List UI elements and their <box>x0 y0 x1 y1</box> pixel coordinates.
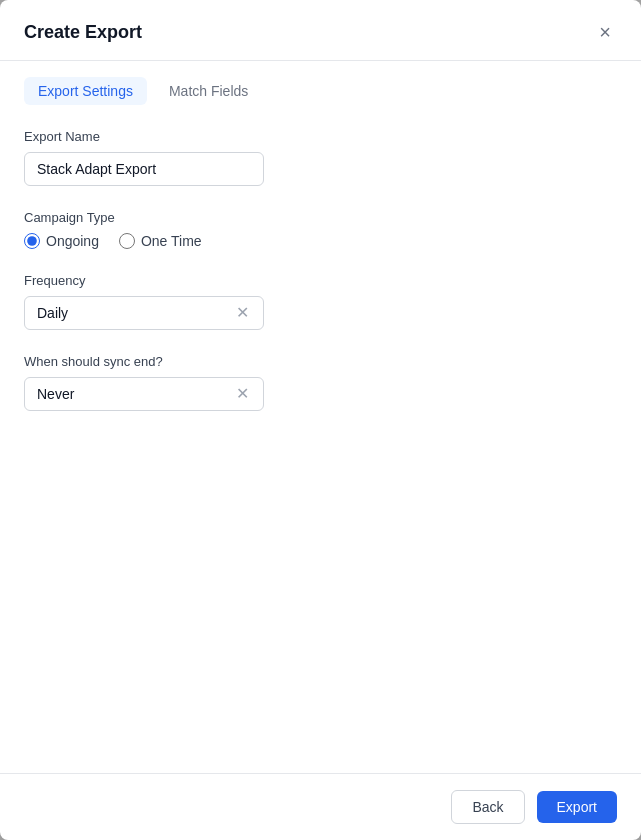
campaign-type-label: Campaign Type <box>24 210 617 225</box>
create-export-modal: Create Export × Export Settings Match Fi… <box>0 0 641 840</box>
radio-ongoing-label[interactable]: Ongoing <box>24 233 99 249</box>
sync-end-clear-button[interactable]: ✕ <box>234 386 251 402</box>
sync-end-select[interactable]: Never ✕ <box>24 377 264 411</box>
frequency-label: Frequency <box>24 273 617 288</box>
export-name-group: Export Name <box>24 129 617 186</box>
radio-one-time[interactable] <box>119 233 135 249</box>
modal-footer: Back Export <box>0 773 641 840</box>
radio-one-time-label[interactable]: One Time <box>119 233 202 249</box>
sync-end-value: Never <box>37 386 74 402</box>
export-name-label: Export Name <box>24 129 617 144</box>
sync-end-group: When should sync end? Never ✕ <box>24 354 617 411</box>
back-button[interactable]: Back <box>451 790 524 824</box>
tab-export-settings[interactable]: Export Settings <box>24 77 147 105</box>
radio-one-time-text: One Time <box>141 233 202 249</box>
modal-title: Create Export <box>24 22 142 43</box>
tab-match-fields[interactable]: Match Fields <box>155 77 262 105</box>
sync-end-label: When should sync end? <box>24 354 617 369</box>
radio-ongoing[interactable] <box>24 233 40 249</box>
frequency-value: Daily <box>37 305 68 321</box>
frequency-clear-button[interactable]: ✕ <box>234 305 251 321</box>
radio-ongoing-text: Ongoing <box>46 233 99 249</box>
modal-header: Create Export × <box>0 0 641 61</box>
close-button[interactable]: × <box>593 20 617 44</box>
campaign-type-radio-group: Ongoing One Time <box>24 233 617 249</box>
campaign-type-group: Campaign Type Ongoing One Time <box>24 210 617 249</box>
export-button[interactable]: Export <box>537 791 617 823</box>
export-name-input[interactable] <box>24 152 264 186</box>
tabs-row: Export Settings Match Fields <box>0 61 641 105</box>
frequency-select[interactable]: Daily ✕ <box>24 296 264 330</box>
modal-body: Export Name Campaign Type Ongoing One Ti… <box>0 105 641 773</box>
frequency-group: Frequency Daily ✕ <box>24 273 617 330</box>
